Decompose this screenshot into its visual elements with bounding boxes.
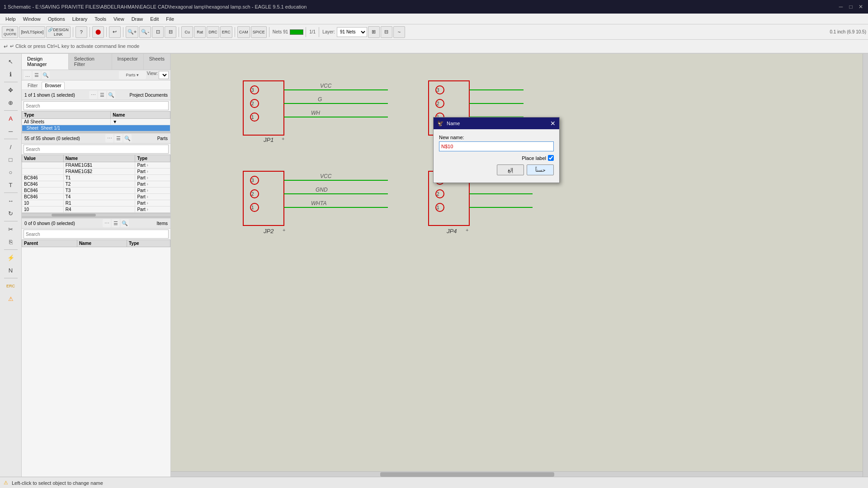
zoom-out-button[interactable]: 🔍-	[139, 26, 151, 38]
new-name-input[interactable]	[439, 141, 554, 151]
ltspice-button[interactable]: [bn/LTSpice]	[19, 26, 45, 38]
menu-file[interactable]: File	[162, 15, 178, 23]
drc-button[interactable]: DRC	[207, 26, 219, 38]
mirror-button[interactable]: ↔	[3, 195, 19, 206]
parts-list-btn[interactable]: ☰	[114, 134, 123, 142]
panel-input-field[interactable]: Parts ▾	[119, 71, 146, 79]
move-tool-button[interactable]: ✥	[3, 84, 19, 96]
back-button[interactable]: ↩	[109, 26, 121, 38]
part-row[interactable]: 10 R4 Part ›	[22, 206, 170, 213]
cut-button[interactable]: ✂	[3, 223, 19, 235]
copper-button[interactable]: Cu	[181, 26, 193, 38]
jp1-box[interactable]	[243, 81, 284, 135]
nets-label: Nets 91	[272, 29, 289, 34]
panel-menu-button[interactable]: …	[24, 71, 32, 79]
maximize-button[interactable]: □	[847, 3, 854, 10]
ratsnest-button[interactable]: Rat	[194, 26, 206, 38]
part-row[interactable]: BC846 T1 Part ›	[22, 175, 170, 181]
erc2-button[interactable]: ⚠	[3, 293, 19, 305]
part-row[interactable]: BC846 T2 Part ›	[22, 181, 170, 188]
canvas-vscrollbar[interactable]	[863, 54, 868, 477]
text-tool-button[interactable]: T	[3, 179, 19, 191]
browser-tab[interactable]: Browser	[42, 82, 65, 89]
rotate-button[interactable]: ↻	[3, 207, 19, 219]
filter-tab[interactable]: Filter	[24, 82, 41, 89]
parts-menu-btn[interactable]: ⋯	[105, 134, 113, 142]
part-row[interactable]: 10 R1 Part ›	[22, 200, 170, 206]
draw-circle-button[interactable]: ○	[3, 166, 19, 178]
parts-hscrollbar[interactable]	[22, 213, 170, 216]
jp2-box[interactable]	[243, 171, 284, 225]
bus-tool-button[interactable]: ─	[3, 125, 19, 137]
dialog-title-bar[interactable]: 🦅 Name ✕	[434, 117, 559, 129]
tab-sheets[interactable]: Sheets	[144, 54, 170, 70]
menu-options[interactable]: Options	[44, 15, 69, 23]
smash-button[interactable]: ⚡	[3, 252, 19, 263]
panel-list-button[interactable]: ☰	[33, 71, 41, 79]
dialog-close-button[interactable]: ✕	[550, 120, 556, 127]
docs-list-btn[interactable]: ☰	[98, 91, 106, 99]
layer-select[interactable]: 91 Nets 1 Top 2 Route2	[337, 27, 367, 37]
menu-help[interactable]: Help	[2, 15, 19, 23]
part-row[interactable]: BC846 T4 Part ›	[22, 194, 170, 200]
zoom-fit-button[interactable]: ⊡	[152, 26, 164, 38]
separator3	[106, 27, 107, 37]
net-tool-button[interactable]: A	[3, 113, 19, 124]
zoom-in-button[interactable]: 🔍+	[126, 26, 138, 38]
grid-button[interactable]: ⊟	[381, 26, 392, 38]
cancel-button[interactable]: إلغ	[497, 164, 524, 175]
erc-button[interactable]: ERC	[220, 26, 232, 38]
copy-button[interactable]: ⎘	[3, 236, 19, 248]
minimize-button[interactable]: ─	[837, 3, 844, 10]
view-dropdown[interactable]	[159, 71, 169, 79]
parts-search-btn[interactable]: 🔍	[123, 134, 132, 142]
docs-row-sheet1[interactable]: Sheet Sheet 1/1	[22, 125, 170, 131]
items-search-btn[interactable]: 🔍	[121, 219, 129, 227]
title-bar: 1 Schematic - E:\SAVING PRAIVITE FILES\A…	[0, 0, 868, 14]
menu-edit[interactable]: Edit	[146, 15, 162, 23]
docs-search-btn[interactable]: 🔍	[107, 91, 115, 99]
draw-line-button[interactable]: /	[3, 141, 19, 153]
info-button[interactable]: ℹ	[3, 68, 19, 80]
menu-draw[interactable]: Draw	[128, 15, 147, 23]
docs-search-input[interactable]	[24, 101, 169, 110]
close-button[interactable]: ✕	[857, 3, 864, 10]
menu-window[interactable]: Window	[19, 15, 44, 23]
menu-tools[interactable]: Tools	[91, 15, 110, 23]
add-tool-button[interactable]: ⊕	[3, 97, 19, 108]
tab-design-manager[interactable]: Design Manager	[22, 54, 69, 70]
parts-select[interactable]: Parts ▾	[126, 73, 139, 77]
part-row[interactable]: FRAME1G$1 Part ›	[22, 162, 170, 169]
items-list-btn[interactable]: ☰	[112, 219, 120, 227]
help-button[interactable]: ?	[75, 26, 87, 38]
items-search-input[interactable]	[24, 230, 169, 239]
design-link-button[interactable]: 🔗DESIGNLINK	[46, 26, 71, 38]
docs-menu-btn[interactable]: ⋯	[89, 91, 97, 99]
panel-search-button[interactable]: 🔍	[42, 71, 50, 79]
spice-button[interactable]: SPICE	[251, 26, 267, 38]
parts-search-input[interactable]	[24, 145, 169, 154]
place-label-checkbox[interactable]	[548, 155, 554, 161]
layer-filter-button[interactable]: ⊞	[368, 26, 380, 38]
cam-button[interactable]: CAM	[237, 26, 250, 38]
canvas-area[interactable]: 3 2 1 VCC G WH JP1 + 3 2 1 JP3	[171, 54, 868, 477]
menu-library[interactable]: Library	[69, 15, 91, 23]
part-row[interactable]: BC846 T3 Part ›	[22, 188, 170, 194]
items-menu-btn[interactable]: ⋯	[103, 219, 111, 227]
name-tool-button[interactable]: N	[3, 264, 19, 276]
canvas-hscrollbar[interactable]	[171, 471, 868, 477]
tab-inspector[interactable]: Inspector	[112, 54, 144, 70]
docs-col-type: Type	[22, 112, 111, 119]
pcb-quote-button[interactable]: PCBQUOTE	[2, 26, 18, 38]
part-row[interactable]: FRAME1G$2 Part ›	[22, 169, 170, 175]
menu-view[interactable]: View	[110, 15, 128, 23]
tab-selection-filter[interactable]: Selection Filter	[69, 54, 112, 70]
docs-row-allsheets[interactable]: All Sheets ▼	[22, 119, 170, 125]
ok-button[interactable]: حسناً	[527, 164, 554, 175]
select-tool-button[interactable]: ↖	[3, 56, 19, 67]
airwire-button[interactable]: ~	[393, 26, 405, 38]
draw-rect-button[interactable]: □	[3, 154, 19, 165]
erc-panel-button[interactable]: ERC	[3, 280, 19, 292]
zoom-area-button[interactable]: ⊟	[165, 26, 176, 38]
stop-button[interactable]: ⬤	[92, 26, 104, 38]
